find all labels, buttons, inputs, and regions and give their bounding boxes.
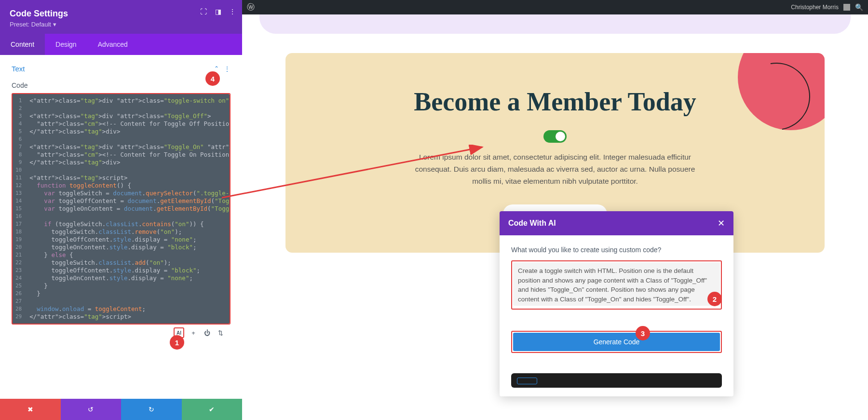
redo-button[interactable]: ↻ <box>121 399 182 420</box>
top-card <box>259 14 851 34</box>
code-area[interactable]: <"attr">class="tag">div "attr">class="to… <box>26 94 230 324</box>
annotation-marker-3: 3 <box>636 326 650 340</box>
ai-prompt-input[interactable] <box>513 262 720 306</box>
annotation-marker-1: 1 <box>170 335 184 350</box>
cancel-button[interactable]: ✖ <box>0 399 61 420</box>
undo-button[interactable]: ↺ <box>61 399 122 420</box>
code-toolbar: AI + ⏻ ⇅ <box>12 325 231 341</box>
preset-selector[interactable]: Preset: Default ▾ <box>10 21 232 28</box>
sort-icon[interactable]: ⇅ <box>216 328 225 337</box>
wordpress-icon[interactable]: ⓦ <box>247 2 255 13</box>
sidebar-header: Code Settings Preset: Default ▾ ⛶ ◨ ⋮ <box>0 0 242 34</box>
ai-modal-header: Code With AI ✕ <box>500 211 733 235</box>
wp-admin-bar[interactable]: ⓦ Christopher Morris 🔍 <box>242 0 868 14</box>
code-label: Code <box>0 81 242 89</box>
search-icon[interactable]: 🔍 <box>855 3 863 11</box>
close-icon[interactable]: ✕ <box>718 218 725 229</box>
section-title[interactable]: Text <box>12 65 25 73</box>
code-editor-wrap: 1234567891011121314151617181920212223242… <box>12 93 231 325</box>
annotation-marker-4: 4 <box>205 71 220 86</box>
wp-user[interactable]: Christopher Morris <box>791 4 839 11</box>
ai-question: What would you like to create using cust… <box>511 246 722 254</box>
tab-design[interactable]: Design <box>45 34 87 55</box>
tab-content[interactable]: Content <box>0 34 45 55</box>
more-icon[interactable]: ⋮ <box>229 8 236 15</box>
sidebar-title: Code Settings <box>10 9 232 19</box>
ai-result-preview <box>511 373 722 388</box>
generate-code-button[interactable]: Generate Code <box>513 333 720 351</box>
annotation-marker-2: 2 <box>707 292 722 306</box>
settings-tabs: Content Design Advanced <box>0 34 242 55</box>
settings-sidebar: Code Settings Preset: Default ▾ ⛶ ◨ ⋮ Co… <box>0 0 242 420</box>
add-icon[interactable]: + <box>189 328 198 337</box>
generate-wrap: Generate Code <box>511 331 722 353</box>
hero-title: Become a Member Today <box>314 87 796 117</box>
bottom-actions: ✖ ↺ ↻ ✔ <box>0 399 242 420</box>
code-editor[interactable]: 1234567891011121314151617181920212223242… <box>13 94 230 324</box>
text-section: Text ⌃ ⋮ <box>0 55 242 77</box>
ai-modal: Code With AI ✕ What would you like to cr… <box>500 211 733 396</box>
toggle-switch[interactable] <box>543 130 567 143</box>
avatar[interactable] <box>843 4 850 11</box>
ai-modal-title: Code With AI <box>508 219 556 228</box>
hero-body: Lorem ipsum dolor sit amet, consectetur … <box>406 151 705 187</box>
focus-icon[interactable]: ⛶ <box>200 8 207 15</box>
tab-advanced[interactable]: Advanced <box>87 34 138 55</box>
panel-icon[interactable]: ◨ <box>214 8 222 15</box>
ai-textarea-wrap <box>511 260 722 310</box>
power-icon[interactable]: ⏻ <box>203 328 211 337</box>
section-more-icon[interactable]: ⋮ <box>224 65 231 73</box>
gutter: 1234567891011121314151617181920212223242… <box>13 94 26 324</box>
confirm-button[interactable]: ✔ <box>182 399 243 420</box>
